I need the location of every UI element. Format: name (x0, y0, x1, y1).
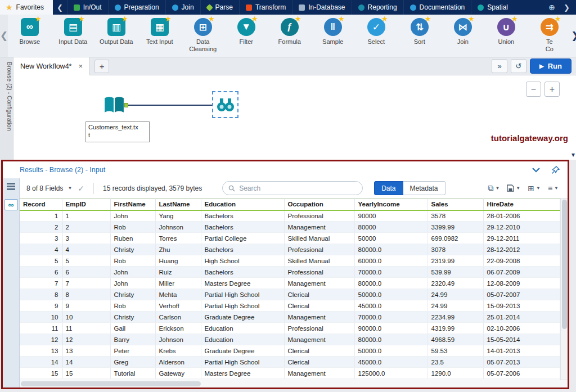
save-button[interactable]: ▼ (507, 184, 520, 192)
table-row[interactable]: 66JohnRuizBachelorsProfessional70000.053… (20, 267, 560, 278)
tool-output-data[interactable]: ▥★Output Data (94, 16, 138, 57)
copy-button[interactable]: ⧉ ▼ (488, 183, 500, 193)
favorite-star-icon[interactable]: ★ (78, 15, 85, 23)
zoom-in-button[interactable]: + (544, 82, 560, 97)
favorite-star-icon[interactable]: ★ (208, 15, 215, 23)
palette-scroll-left-icon[interactable]: ❮ (0, 15, 8, 57)
column-header-record[interactable]: Record (20, 199, 62, 210)
fields-dropdown-caret-icon[interactable]: ▼ (68, 186, 72, 191)
ribbon-tab-preparation[interactable]: Preparation (108, 0, 165, 15)
workflow-tab-active[interactable]: New Workflow4* × (14, 57, 90, 75)
vertical-scrollbar-thumb[interactable] (562, 200, 567, 329)
input-tool-annotation[interactable]: Customers_text.tx t (86, 121, 150, 142)
fields-dropdown[interactable]: 8 of 8 Fields (26, 184, 63, 192)
tool-formula[interactable]: ƒ★Formula (268, 16, 311, 57)
toolbar-overflow-button[interactable]: » (492, 59, 507, 73)
horizontal-scrollbar[interactable] (20, 380, 568, 388)
tool-sample[interactable]: ‖★Sample (311, 16, 354, 57)
tool-text-input[interactable]: ▦★Text Input (138, 16, 181, 57)
tool-te-co[interactable]: ⇉★Te Co (528, 16, 571, 57)
table-row[interactable]: 1010ChristyCarlsonGraduate DegreeManagem… (20, 312, 560, 323)
connection-line[interactable] (128, 105, 219, 106)
column-header-lastname[interactable]: LastName (155, 199, 201, 210)
column-header-firstname[interactable]: FirstName (110, 199, 155, 210)
ribbon-tab-transform[interactable]: Transform (239, 0, 292, 15)
favorite-star-icon[interactable]: ★ (511, 15, 518, 23)
ribbon-tab-parse[interactable]: Parse (200, 0, 239, 15)
table-row[interactable]: 11JohnYangBachelorsProfessional900003578… (20, 210, 560, 222)
favorite-star-icon[interactable]: ★ (381, 15, 388, 23)
table-row[interactable]: 1111GailEricksonEducationProfessional900… (20, 323, 560, 334)
ribbon-tab-in-out[interactable]: In/Out (67, 0, 108, 15)
palette-scroll-right-icon[interactable]: ❯ (571, 15, 576, 57)
column-header-empid[interactable]: EmpID (62, 199, 110, 210)
workflow-history-button[interactable]: ↺ (511, 59, 526, 73)
favorite-star-icon[interactable]: ★ (35, 15, 42, 23)
close-tab-icon[interactable]: × (78, 62, 83, 70)
favorite-star-icon[interactable]: ★ (122, 15, 128, 23)
tool-select[interactable]: ✓★Select (354, 16, 398, 57)
records-view-icon[interactable] (7, 183, 15, 184)
table-row[interactable]: 55RobHuangHigh SchoolSkilled Manual60000… (20, 255, 560, 267)
tool-browse[interactable]: ∞★Browse (8, 16, 51, 57)
column-header-yearlyincome[interactable]: YearlyIncome (354, 199, 428, 210)
tool-filter[interactable]: ▼★Filter (224, 16, 268, 57)
column-header-hiredate[interactable]: HireDate (483, 199, 560, 210)
ribbon-tab-favorites[interactable]: ★ Favorites (0, 0, 53, 15)
favorite-star-icon[interactable]: ★ (468, 15, 475, 23)
new-window-button[interactable]: ⊞ ▼ (528, 184, 541, 193)
table-row[interactable]: 44ChristyZhuBachelorsProfessional80000.0… (20, 244, 560, 255)
canvas-scroll-down-icon[interactable]: ▾ (572, 151, 575, 159)
tool-join[interactable]: ⋈★Join (441, 16, 484, 57)
table-row[interactable]: 88ChristyMehtaPartial High SchoolClerica… (20, 289, 560, 300)
table-row[interactable]: 33RubenTorresPartial CollegeSkilled Manu… (20, 233, 560, 244)
favorite-star-icon[interactable]: ★ (425, 15, 431, 23)
tool-union[interactable]: ∪★Union (484, 16, 528, 57)
table-row[interactable]: 1212BarryJohnsonEducationManagement80000… (20, 334, 560, 345)
search-input[interactable] (239, 184, 357, 192)
favorite-star-icon[interactable]: ★ (555, 15, 561, 23)
ribbon-tab-spatial[interactable]: Spatial (471, 0, 514, 15)
ribbon-tab-documentation[interactable]: Documentation (403, 0, 471, 15)
ribbon-tab-join[interactable]: Join (165, 0, 200, 15)
table-row[interactable]: 22RobJohnsonBachelorsManagement800003399… (20, 222, 560, 233)
column-header-education[interactable]: Education (201, 199, 284, 210)
search-box[interactable] (222, 181, 363, 195)
column-header-occupation[interactable]: Occupation (284, 199, 354, 210)
apply-check-icon[interactable]: ✓ (78, 184, 84, 193)
tool-data-cleansing[interactable]: ⊞★Data Cleansing (181, 16, 224, 57)
input-data-tool-node[interactable] (104, 96, 125, 115)
new-workflow-button[interactable]: + (94, 60, 109, 73)
output-anchor[interactable] (124, 103, 128, 107)
table-row[interactable]: 77JohnMillerMasters DegreeManagement8000… (20, 278, 560, 289)
tab-metadata[interactable]: Metadata (403, 181, 446, 195)
favorite-star-icon[interactable]: ★ (165, 15, 172, 23)
table-row[interactable]: 1414GregAldersonPartial High SchoolCleri… (20, 357, 560, 368)
tool-sort[interactable]: ⇅★Sort (398, 16, 441, 57)
tab-data[interactable]: Data (374, 181, 403, 195)
column-header-sales[interactable]: Sales (428, 199, 483, 210)
options-menu-button[interactable]: ≡ ▼ (548, 184, 559, 193)
zoom-out-button[interactable]: − (526, 82, 541, 97)
browse-tool-node-selected[interactable] (212, 91, 238, 118)
favorite-star-icon[interactable]: ★ (338, 15, 345, 23)
browse-source-icon[interactable]: ∞ (4, 199, 18, 210)
horizontal-scrollbar-thumb[interactable] (21, 381, 201, 386)
favorite-star-icon[interactable]: ★ (295, 15, 302, 23)
workflow-canvas[interactable]: Customers_text.tx t − + tutorialgateway.… (14, 75, 576, 160)
ribbon-scroll-right-icon[interactable]: ❯ (560, 3, 574, 12)
pin-icon[interactable] (551, 166, 560, 174)
collapse-results-icon[interactable] (532, 168, 540, 173)
ribbon-tab-reporting[interactable]: Reporting (352, 0, 403, 15)
add-category-icon[interactable]: ⊕ (546, 3, 557, 12)
favorite-star-icon[interactable]: ★ (251, 15, 258, 23)
ribbon-tab-in-database[interactable]: In-Database (292, 0, 351, 15)
ribbon-scroll-left-icon[interactable]: ❮ (53, 0, 67, 15)
table-row[interactable]: 1515TutorialGatewayMasters DegreeManagem… (20, 368, 560, 379)
table-row[interactable]: 99RobVerhoffPartial High SchoolClerical4… (20, 300, 560, 312)
tool-input-data[interactable]: ▤★Input Data (51, 16, 94, 57)
run-button[interactable]: ▶ Run (530, 58, 572, 74)
table-row[interactable]: 1313PeterKrebsGraduate DegreeClerical500… (20, 345, 560, 357)
vertical-scrollbar[interactable] (560, 199, 568, 380)
configuration-panel-collapsed[interactable]: Browse (2) - Configuration (0, 57, 14, 160)
